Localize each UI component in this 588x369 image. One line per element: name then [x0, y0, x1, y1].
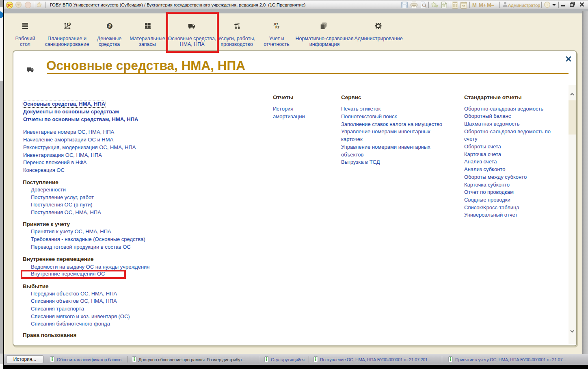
svg-text:1С: 1С: [7, 3, 12, 7]
svg-text:₽: ₽: [68, 22, 70, 26]
svg-text:₽: ₽: [108, 23, 111, 28]
svg-text:31: 31: [462, 4, 465, 8]
